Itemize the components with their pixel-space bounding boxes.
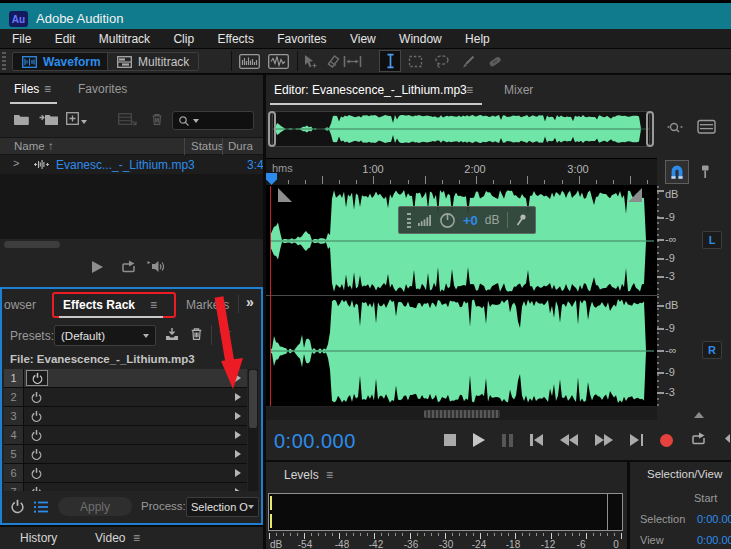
slot-empty-area[interactable] bbox=[49, 407, 229, 425]
gain-hud[interactable]: +0 dB bbox=[398, 206, 536, 234]
slot-power-button[interactable] bbox=[24, 445, 49, 463]
levels-title[interactable]: Levels bbox=[284, 468, 319, 482]
save-preset-button[interactable] bbox=[164, 327, 180, 345]
process-dropdown[interactable]: Selection Only bbox=[186, 497, 259, 517]
multitrack-view-button[interactable]: Multitrack bbox=[107, 52, 199, 71]
file-row[interactable]: > Evanesc..._-_Lithium.mp3 3:4 bbox=[0, 155, 263, 174]
stop-button[interactable] bbox=[444, 434, 456, 446]
hud-knob-icon[interactable] bbox=[439, 212, 456, 229]
skip-to-start-button[interactable] bbox=[530, 434, 543, 446]
levels-panel-menu-icon[interactable]: ≡ bbox=[326, 468, 333, 482]
time-selection-tool[interactable] bbox=[379, 50, 401, 72]
files-trash-button[interactable] bbox=[150, 112, 164, 129]
slot-power-button[interactable] bbox=[24, 426, 49, 444]
slip-tool[interactable] bbox=[326, 54, 341, 72]
slot-empty-area[interactable] bbox=[49, 483, 229, 491]
record-button[interactable] bbox=[660, 434, 673, 447]
selection-start-value[interactable]: 0:00.00 bbox=[697, 513, 731, 525]
new-container-button[interactable] bbox=[66, 112, 87, 125]
add-marker-button[interactable] bbox=[698, 164, 712, 182]
tab-effects-rack[interactable]: Effects Rack bbox=[63, 298, 135, 312]
slot-empty-area[interactable] bbox=[49, 445, 229, 463]
editor-panel-menu-icon[interactable]: ≡ bbox=[466, 83, 473, 97]
waveform-view-button[interactable]: Waveform bbox=[12, 52, 111, 71]
view-start-value[interactable]: 0:00.00 bbox=[697, 534, 731, 546]
insert-into-multitrack-button[interactable] bbox=[118, 112, 137, 129]
loop-playback-button[interactable] bbox=[690, 431, 707, 449]
column-name[interactable]: Name ↑ bbox=[14, 140, 54, 152]
waveform-display-toggle[interactable] bbox=[268, 54, 289, 72]
open-file-button[interactable] bbox=[13, 113, 31, 129]
hud-pin-icon[interactable] bbox=[515, 213, 527, 227]
menu-help[interactable]: Help bbox=[455, 29, 500, 50]
tab-mixer[interactable]: Mixer bbox=[504, 83, 533, 97]
files-search-input[interactable] bbox=[172, 111, 254, 130]
toggle-slots-list-button[interactable] bbox=[33, 500, 49, 517]
files-h-scrollbar[interactable] bbox=[4, 241, 60, 248]
menu-window[interactable]: Window bbox=[389, 29, 452, 50]
tab-files[interactable]: Files bbox=[14, 82, 39, 96]
play-button[interactable] bbox=[473, 433, 485, 447]
files-preview-play-button[interactable] bbox=[92, 261, 103, 273]
files-autoplay-button[interactable] bbox=[147, 259, 165, 277]
paintbrush-tool[interactable] bbox=[461, 54, 476, 72]
hud-drag-grip[interactable] bbox=[407, 213, 411, 228]
delete-preset-button[interactable] bbox=[189, 326, 204, 344]
slot-power-button[interactable] bbox=[24, 407, 49, 425]
panel-overflow-icon[interactable]: » bbox=[246, 294, 254, 310]
skip-to-end-button[interactable] bbox=[630, 434, 643, 446]
tab-favorites[interactable]: Favorites bbox=[78, 82, 127, 96]
slot-empty-area[interactable] bbox=[49, 388, 229, 406]
tab-editor[interactable]: Editor: Evanescence_-_Lithium.mp3 bbox=[274, 83, 467, 97]
presets-dropdown[interactable]: (Default) bbox=[54, 325, 156, 346]
effects-v-scrollbar[interactable] bbox=[248, 369, 258, 491]
lasso-selection-tool[interactable] bbox=[434, 54, 450, 72]
menu-effects[interactable]: Effects bbox=[207, 29, 263, 50]
overview-navigator[interactable] bbox=[272, 111, 650, 147]
menu-multitrack[interactable]: Multitrack bbox=[89, 29, 160, 50]
files-panel-menu-icon[interactable]: ≡ bbox=[44, 82, 51, 96]
spot-healing-brush-tool[interactable] bbox=[487, 54, 503, 72]
waveform-left-channel[interactable] bbox=[270, 186, 655, 295]
favorite-star-icon[interactable]: ★ bbox=[218, 323, 232, 342]
spectral-display-toggle[interactable] bbox=[239, 54, 260, 72]
toolbar-grip[interactable] bbox=[2, 52, 6, 70]
slot-power-button[interactable] bbox=[24, 388, 49, 406]
time-selection-adjust-tool[interactable] bbox=[343, 54, 362, 72]
slot-expand-arrow[interactable] bbox=[229, 464, 247, 482]
selection-view-title[interactable]: Selection/View bbox=[647, 468, 722, 480]
fast-forward-button[interactable] bbox=[595, 434, 613, 446]
slot-expand-arrow[interactable] bbox=[229, 483, 247, 491]
tab-history[interactable]: History bbox=[20, 531, 57, 545]
scrollbar-thumb[interactable] bbox=[424, 410, 500, 418]
pause-button[interactable] bbox=[502, 434, 506, 447]
menu-clip[interactable]: Clip bbox=[163, 29, 204, 50]
slot-empty-area[interactable] bbox=[49, 426, 229, 444]
slot-empty-area[interactable] bbox=[50, 369, 229, 387]
waveform-right-channel[interactable] bbox=[270, 296, 655, 406]
menu-file[interactable]: File bbox=[2, 29, 41, 50]
slot-expand-arrow[interactable] bbox=[229, 369, 247, 387]
timeline-ruler[interactable]: hms 1:00 2:00 3:00 bbox=[266, 158, 657, 186]
effect-slot-row-5[interactable]: 5 bbox=[4, 445, 247, 464]
waveform-display-area[interactable]: +0 dB bbox=[266, 186, 657, 406]
slot-expand-arrow[interactable] bbox=[229, 407, 247, 425]
column-status[interactable]: Status bbox=[191, 140, 224, 152]
tab-browser-truncated[interactable]: owser bbox=[4, 298, 36, 312]
slot-expand-arrow[interactable] bbox=[229, 426, 247, 444]
apply-button[interactable]: Apply bbox=[58, 497, 132, 516]
effect-slot-row-6[interactable]: 6 bbox=[4, 464, 247, 483]
scrollbar-thumb[interactable] bbox=[249, 370, 257, 428]
effect-slot-row-1[interactable]: 1 bbox=[4, 369, 247, 388]
navigator-zoom-button[interactable] bbox=[665, 120, 685, 139]
tab-markers[interactable]: Markers bbox=[186, 298, 229, 312]
slot-power-button[interactable] bbox=[24, 483, 49, 491]
effect-slot-row-7[interactable]: 7 bbox=[4, 483, 247, 491]
slot-power-button[interactable] bbox=[24, 464, 49, 482]
tab-video[interactable]: Video bbox=[95, 531, 125, 545]
expand-chevron-icon[interactable]: > bbox=[13, 157, 19, 169]
editor-layout-button[interactable] bbox=[697, 119, 717, 138]
move-tool[interactable] bbox=[303, 54, 318, 72]
levels-meter[interactable] bbox=[268, 493, 623, 531]
effect-slot-row-2[interactable]: 2 bbox=[4, 388, 247, 407]
